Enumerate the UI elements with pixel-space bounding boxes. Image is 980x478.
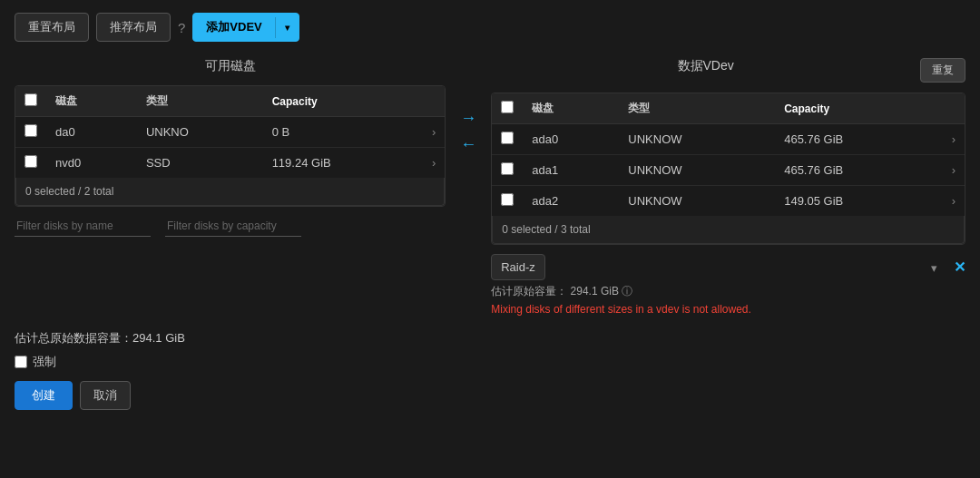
available-disks-title: 可用磁盘 [15, 54, 446, 78]
help-icon[interactable]: ? [178, 20, 185, 35]
disk-name: ada2 [523, 186, 619, 217]
table-row: nvd0 SSD 119.24 GiB › [15, 148, 445, 179]
table-row: ada0 UNKNOW 465.76 GiB › [492, 124, 965, 155]
vdev-remove-button[interactable]: ✕ [954, 259, 965, 276]
table-row: ada1 UNKNOW 465.76 GiB › [492, 155, 965, 186]
right-status-bar: 0 selected / 3 total [492, 216, 965, 244]
force-row: 强制 [15, 354, 965, 370]
transfer-right-button[interactable]: → [460, 109, 476, 128]
row-checkbox-cell[interactable] [15, 117, 46, 148]
add-vdev-label: 添加VDEV [193, 14, 274, 41]
table-row: ada2 UNKNOW 149.05 GiB › [492, 186, 965, 217]
right-select-all-checkbox[interactable] [501, 101, 514, 113]
row-checkbox-cell[interactable] [15, 148, 46, 179]
disk-detail-chevron[interactable]: › [943, 124, 965, 155]
right-select-all-header[interactable] [492, 93, 523, 124]
row-checkbox-cell[interactable] [492, 186, 523, 217]
disk-type: UNKNO [137, 117, 263, 148]
total-capacity: 估计总原始数据容量：294.1 GiB [15, 330, 965, 346]
row-checkbox[interactable] [501, 132, 514, 144]
disk-type: UNKNOW [619, 124, 775, 155]
estimated-help-icon[interactable]: ⓘ [622, 285, 632, 298]
disk-detail-chevron[interactable]: › [423, 148, 445, 179]
filter-row [15, 216, 446, 237]
left-status-bar: 0 selected / 2 total [15, 178, 445, 206]
disk-name: nvd0 [46, 148, 137, 179]
disk-name: ada0 [523, 124, 619, 155]
transfer-buttons: → ← [446, 109, 491, 154]
disk-type: SSD [137, 148, 263, 179]
disk-capacity: 149.05 GiB [775, 186, 942, 217]
disk-type: UNKNOW [619, 186, 775, 217]
available-disks-table-container: 磁盘 类型 Capacity da0 UNKNO 0 B › nvd0 SSD … [15, 85, 446, 207]
row-checkbox[interactable] [24, 124, 37, 137]
disk-capacity: 0 B [263, 117, 423, 148]
estimated-capacity: 估计原始容量： 294.1 GiB ⓘ [491, 284, 965, 299]
disk-name: ada1 [523, 155, 619, 186]
filter-capacity-input[interactable] [165, 216, 301, 237]
error-message: Mixing disks of different sizes in a vde… [491, 303, 965, 316]
disk-detail-chevron[interactable]: › [943, 186, 965, 217]
create-button[interactable]: 创建 [15, 381, 73, 410]
row-checkbox[interactable] [24, 155, 37, 168]
disk-capacity: 465.76 GiB [775, 124, 942, 155]
disk-col-header: 磁盘 [46, 86, 137, 117]
main-content: 可用磁盘 磁盘 类型 Capacity [0, 54, 980, 316]
cancel-button[interactable]: 取消 [80, 381, 131, 410]
add-vdev-dropdown-arrow[interactable]: ▾ [275, 17, 299, 38]
disk-detail-chevron[interactable]: › [423, 117, 445, 148]
reset-layout-button[interactable]: 重置布局 [15, 13, 89, 42]
row-checkbox-cell[interactable] [492, 155, 523, 186]
row-checkbox[interactable] [501, 162, 514, 175]
toolbar: 重置布局 推荐布局 ? 添加VDEV ▾ [0, 0, 980, 54]
disk-detail-chevron[interactable]: › [943, 155, 965, 186]
right-disk-col-header: 磁盘 [523, 93, 619, 124]
repeat-button[interactable]: 重复 [920, 58, 965, 83]
data-vdev-panel: 数据VDev 重复 磁盘 类型 Capacity [491, 54, 965, 316]
row-checkbox[interactable] [501, 193, 514, 206]
right-detail-col-header [943, 93, 965, 124]
bottom-section: 估计总原始数据容量：294.1 GiB 强制 创建 取消 [0, 316, 980, 421]
table-row: da0 UNKNO 0 B › [15, 117, 445, 148]
right-type-col-header: 类型 [619, 93, 775, 124]
select-all-checkbox[interactable] [24, 93, 37, 106]
filter-name-input[interactable] [15, 216, 151, 237]
action-buttons: 创建 取消 [15, 381, 965, 410]
available-disks-table: 磁盘 类型 Capacity da0 UNKNO 0 B › nvd0 SSD … [15, 86, 445, 178]
disk-capacity: 465.76 GiB [775, 155, 942, 186]
select-all-header[interactable] [15, 86, 46, 117]
detail-col-header [423, 86, 445, 117]
data-vdev-table: 磁盘 类型 Capacity ada0 UNKNOW 465.76 GiB › … [492, 93, 965, 216]
type-col-header: 类型 [137, 86, 263, 117]
capacity-col-header: Capacity [263, 86, 423, 117]
disk-name: da0 [46, 117, 137, 148]
disk-type: UNKNOW [619, 155, 775, 186]
data-vdev-title: 数据VDev [491, 54, 920, 78]
suggest-layout-button[interactable]: 推荐布局 [96, 13, 171, 42]
right-capacity-col-header: Capacity [775, 93, 942, 124]
force-checkbox[interactable] [15, 356, 27, 368]
vdev-config: Raid-z ✕ 估计原始容量： 294.1 GiB ⓘ Mixing disk… [491, 254, 965, 316]
data-vdev-table-container: 磁盘 类型 Capacity ada0 UNKNOW 465.76 GiB › … [491, 93, 965, 245]
vdev-type-select[interactable]: Raid-z [491, 254, 545, 280]
row-checkbox-cell[interactable] [492, 124, 523, 155]
vdev-type-row: Raid-z ✕ [491, 254, 965, 280]
vdev-type-select-wrapper: Raid-z [491, 254, 946, 280]
right-panel-header: 数据VDev 重复 [491, 54, 965, 85]
transfer-left-button[interactable]: ← [460, 135, 476, 154]
add-vdev-button[interactable]: 添加VDEV ▾ [192, 13, 299, 42]
force-label: 强制 [33, 354, 56, 370]
disk-capacity: 119.24 GiB [263, 148, 423, 179]
available-disks-panel: 可用磁盘 磁盘 类型 Capacity [15, 54, 446, 237]
